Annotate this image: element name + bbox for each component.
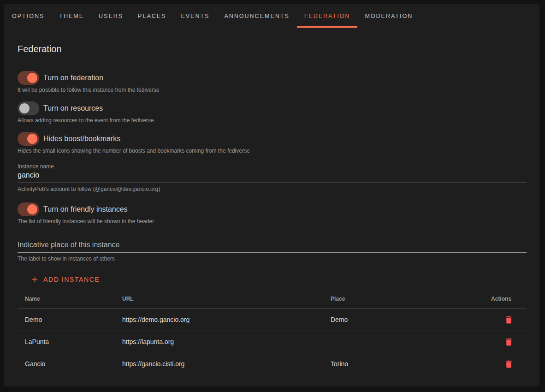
column-header-url: URL (115, 289, 323, 309)
tab-label: FEDERATION (304, 13, 350, 19)
toggle-thumb (27, 204, 37, 214)
resources-toggle-label: Turn on resources (43, 104, 103, 113)
instance-place-cell: Demo (323, 309, 457, 331)
resources-toggle-hint: Allows adding resources to the event fro… (18, 117, 527, 124)
tab-moderation[interactable]: MODERATION (357, 4, 420, 28)
tab-users[interactable]: USERS (91, 4, 130, 28)
instance-name-cell: Demo (18, 309, 115, 331)
column-header-name: Name (18, 289, 115, 309)
trash-delete-icon (504, 363, 514, 370)
instance-url-cell: https://lapunta.org (115, 331, 323, 353)
delete-instance-button[interactable] (503, 336, 515, 348)
friendly-instances-toggle[interactable] (18, 202, 39, 216)
delete-instance-button[interactable] (503, 314, 515, 326)
page-title: Federation (18, 44, 527, 54)
federation-toggle-row: Turn on federation (18, 71, 527, 85)
tab-label: MODERATION (365, 13, 413, 19)
instance-name-label: Instance name (18, 163, 527, 170)
tab-theme[interactable]: THEME (52, 4, 91, 28)
indicative-place-field: The label to show in instances of others (18, 240, 527, 262)
friendly-instances-toggle-row: Turn on friendly instances (18, 202, 527, 216)
tab-options[interactable]: OPTIONS (5, 4, 52, 28)
table-row: Gancio https://gancio.cisti.org Torino (18, 353, 527, 375)
instance-name-hint: ActivityPub's account to follow (@gancio… (18, 186, 527, 192)
instance-place-cell: Torino (323, 353, 457, 375)
table-row: LaPunta https://lapunta.org (18, 331, 527, 353)
instance-name-field: Instance name ActivityPub's account to f… (18, 163, 527, 192)
federation-toggle-hint: It will be possible to follow this insta… (18, 87, 527, 93)
tab-label: THEME (59, 13, 84, 19)
admin-panel-card: OPTIONS THEME USERS PLACES EVENTS ANNOUN… (4, 4, 539, 386)
tab-label: PLACES (138, 13, 166, 19)
instance-url-cell: https://gancio.cisti.org (115, 353, 323, 375)
tab-label: USERS (99, 13, 123, 19)
indicative-place-hint: The label to show in instances of others (18, 255, 527, 262)
tab-federation[interactable]: FEDERATION (297, 4, 358, 28)
hide-boost-toggle[interactable] (18, 132, 39, 146)
toggle-thumb (27, 134, 37, 144)
federation-settings: Federation Turn on federation It will be… (4, 44, 539, 375)
tab-events[interactable]: EVENTS (173, 4, 217, 28)
instance-url-cell: https://demo.gancio.org (115, 309, 323, 331)
table-header-row: Name URL Place Actions (18, 289, 527, 309)
toggle-thumb (19, 103, 30, 113)
resources-toggle[interactable] (18, 101, 39, 115)
active-tab-underline (297, 26, 358, 28)
federation-toggle[interactable] (18, 71, 39, 85)
tab-label: OPTIONS (12, 13, 44, 19)
hide-boost-toggle-label: Hides boost/bookmarks (43, 135, 120, 143)
toggle-thumb (27, 73, 37, 83)
tab-label: EVENTS (181, 13, 209, 19)
friendly-instances-toggle-hint: The list of friendly instances will be s… (18, 218, 527, 225)
federation-toggle-label: Turn on federation (43, 74, 103, 82)
friendly-instances-toggle-label: Turn on friendly instances (43, 205, 128, 214)
add-instance-button[interactable]: ADD INSTANCE (27, 273, 103, 285)
tab-announcements[interactable]: ANNOUNCEMENTS (217, 4, 296, 28)
instance-name-input[interactable] (18, 170, 527, 183)
delete-instance-button[interactable] (503, 358, 515, 370)
instance-name-cell: Gancio (18, 353, 115, 375)
column-header-place: Place (323, 289, 457, 309)
instance-name-cell: LaPunta (18, 331, 115, 353)
admin-tabs: OPTIONS THEME USERS PLACES EVENTS ANNOUN… (4, 4, 539, 28)
instance-place-cell (323, 331, 457, 353)
plus-icon (30, 275, 39, 284)
tab-label: ANNOUNCEMENTS (224, 13, 289, 19)
instances-table: Name URL Place Actions Demo https://demo… (18, 289, 527, 375)
table-row: Demo https://demo.gancio.org Demo (18, 309, 527, 331)
column-header-actions: Actions (457, 289, 527, 309)
trash-delete-icon (504, 319, 514, 326)
resources-toggle-row: Turn on resources (18, 101, 527, 115)
indicative-place-input[interactable] (18, 240, 527, 253)
add-instance-button-label: ADD INSTANCE (43, 276, 100, 283)
hide-boost-toggle-hint: Hides the small icons showing the number… (18, 148, 527, 154)
trash-delete-icon (504, 341, 514, 348)
tab-places[interactable]: PLACES (130, 4, 173, 28)
hide-boost-toggle-row: Hides boost/bookmarks (18, 132, 527, 146)
